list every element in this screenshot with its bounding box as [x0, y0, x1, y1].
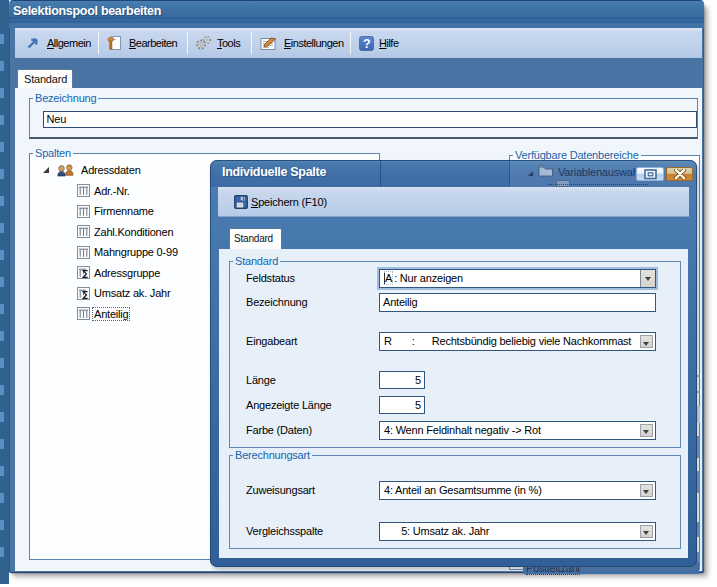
svg-text:?: ?	[363, 37, 370, 51]
